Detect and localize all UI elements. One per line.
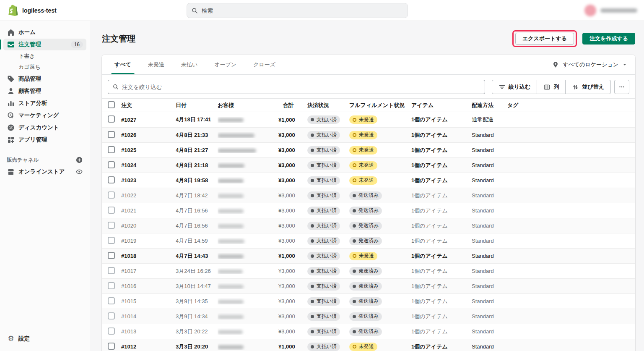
- global-search-input[interactable]: [202, 8, 403, 14]
- table-row[interactable]: #1023 4月8日 19:58 ¥3,000 支払い済 未発送 1個のアイテム…: [102, 173, 635, 188]
- table-row[interactable]: #1026 4月8日 21:33 ¥3,000 支払い済 未発送 1個のアイテム…: [102, 127, 635, 142]
- eye-icon[interactable]: [75, 168, 83, 176]
- table-row[interactable]: #1020 4月7日 16:56 ¥3,000 支払い済 発送済み 1個のアイテ…: [102, 218, 635, 233]
- sidebar-item-home[interactable]: ホーム: [3, 26, 86, 38]
- row-checkbox[interactable]: [108, 312, 115, 320]
- tab-unpaid[interactable]: 未払い: [173, 55, 206, 74]
- account-menu[interactable]: [584, 0, 637, 21]
- sidebar-item-customers[interactable]: 顧客管理: [3, 85, 86, 97]
- column-header-customer[interactable]: お客様: [218, 102, 278, 109]
- tab-open[interactable]: オープン: [206, 55, 245, 74]
- order-id: #1017: [121, 268, 176, 274]
- row-checkbox[interactable]: [108, 297, 115, 304]
- table-row[interactable]: #1027 4月18日 17:41 ¥1,000 支払い済 未発送 1個のアイテ…: [102, 112, 635, 127]
- order-filter-input[interactable]: [122, 84, 480, 90]
- column-header-order[interactable]: 注文: [121, 102, 176, 109]
- order-total: ¥1,000: [278, 343, 307, 350]
- sidebar-item-settings[interactable]: ⚙ 設定: [3, 333, 86, 345]
- payment-status-cell: 支払い済: [307, 252, 349, 260]
- row-checkbox[interactable]: [108, 146, 115, 153]
- column-header-payment-status[interactable]: 決済状況: [307, 102, 349, 109]
- row-checkbox[interactable]: [108, 176, 115, 183]
- payment-status-dot: [311, 330, 314, 333]
- row-checkbox[interactable]: [108, 207, 115, 214]
- fulfillment-status-badge: 未発送: [349, 252, 377, 260]
- sidebar-item-marketing[interactable]: マーケティング: [3, 110, 86, 121]
- column-header-items[interactable]: アイテム: [411, 102, 472, 109]
- column-header-total[interactable]: 合計: [278, 102, 307, 109]
- tab-all[interactable]: すべて: [106, 55, 140, 74]
- bar-chart-icon: [7, 99, 15, 107]
- column-header-fulfillment-status[interactable]: フルフィルメント状況: [349, 102, 411, 109]
- more-actions-button[interactable]: [614, 80, 629, 94]
- table-row[interactable]: #1022 4月7日 18:42 ¥3,000 支払い済 発送済み 1個のアイテ…: [102, 188, 635, 203]
- table-row[interactable]: #1024 4月8日 21:18 ¥3,000 支払い済 未発送 1個のアイテム…: [102, 157, 635, 173]
- payment-status-badge: 支払い済: [307, 115, 340, 124]
- sidebar-item-drafts[interactable]: 下書き: [3, 51, 86, 62]
- sidebar-item-analytics[interactable]: ストア分析: [3, 97, 86, 109]
- table-row[interactable]: #1016 3月10日 14:47 ¥3,000 支払い済 発送済み 1個のアイ…: [102, 278, 635, 293]
- table-row[interactable]: #1017 3月24日 16:26 ¥3,000 支払い済 発送済み 1個のアイ…: [102, 263, 635, 278]
- table-row[interactable]: #1013 3月3日 20:22 ¥3,000 支払い済 発送済み 1個のアイテ…: [102, 324, 635, 339]
- row-checkbox[interactable]: [108, 237, 115, 244]
- tab-closed[interactable]: クローズ: [245, 55, 284, 74]
- delivery-method: Standard: [472, 132, 507, 138]
- row-checkbox[interactable]: [108, 252, 115, 259]
- sidebar-item-label: カゴ落ち: [18, 63, 41, 71]
- select-all-checkbox[interactable]: [108, 101, 115, 108]
- column-header-delivery-method[interactable]: 配達方法: [472, 102, 507, 109]
- customer-cell: [218, 207, 278, 214]
- sort-button[interactable]: 並び替え: [565, 80, 611, 94]
- row-checkbox[interactable]: [108, 131, 115, 138]
- sidebar-item-orders[interactable]: 注文管理 16: [3, 39, 86, 50]
- order-filter-search[interactable]: [108, 80, 485, 94]
- sidebar-item-online-store[interactable]: オンラインストア: [3, 166, 86, 178]
- order-items: 1個のアイテム: [411, 328, 472, 335]
- row-checkbox[interactable]: [108, 191, 115, 199]
- export-button[interactable]: エクスポートする: [515, 33, 574, 45]
- filter-lines-icon: [499, 84, 506, 91]
- add-channel-icon[interactable]: [75, 156, 83, 164]
- fulfillment-status-cell: 未発送: [349, 161, 411, 170]
- filter-button[interactable]: 絞り込む: [492, 80, 538, 94]
- payment-status-label: 支払い済: [317, 283, 337, 290]
- payment-status-badge: 支払い済: [307, 297, 340, 306]
- location-selector[interactable]: すべてのロケーション: [544, 55, 635, 74]
- global-search[interactable]: [187, 3, 408, 18]
- table-row[interactable]: #1025 4月8日 21:27 ¥3,000 支払い済 未発送 1個のアイテム…: [102, 142, 635, 157]
- row-checkbox[interactable]: [108, 282, 115, 289]
- customer-name-redacted: [218, 118, 244, 122]
- row-checkbox-cell: [108, 252, 121, 260]
- table-row[interactable]: #1015 3月9日 14:35 ¥3,000 支払い済 発送済み 1個のアイテ…: [102, 293, 635, 309]
- table-row[interactable]: #1021 4月7日 16:56 ¥3,000 支払い済 発送済み 1個のアイテ…: [102, 203, 635, 218]
- sidebar-item-apps[interactable]: アプリ管理: [3, 134, 86, 146]
- row-checkbox[interactable]: [108, 222, 115, 229]
- table-row[interactable]: #1019 4月7日 14:59 ¥3,000 支払い済 発送済み 1個のアイテ…: [102, 233, 635, 248]
- fulfillment-status-cell: 未発送: [349, 343, 411, 351]
- table-row[interactable]: #1012 3月3日 20:20 ¥1,000 支払い済 未発送 1個のアイテム…: [102, 339, 635, 351]
- table-row[interactable]: #1018 4月7日 14:43 ¥1,000 支払い済 未発送 1個のアイテム…: [102, 248, 635, 263]
- row-checkbox[interactable]: [108, 267, 115, 274]
- column-header-date[interactable]: 日付: [176, 102, 218, 109]
- sidebar-item-discounts[interactable]: ディスカウント: [3, 122, 86, 134]
- tab-unfulfilled[interactable]: 未発送: [140, 55, 173, 74]
- sidebar-item-abandoned-checkouts[interactable]: カゴ落ち: [3, 62, 86, 73]
- sidebar-item-label: 設定: [18, 335, 30, 343]
- payment-status-dot: [311, 270, 314, 273]
- customer-cell: [218, 223, 278, 229]
- columns-button[interactable]: 列: [537, 80, 566, 94]
- table-row[interactable]: #1014 3月9日 14:34 ¥3,000 支払い済 発送済み 1個のアイテ…: [102, 309, 635, 324]
- row-checkbox-cell: [108, 312, 121, 321]
- row-checkbox[interactable]: [108, 327, 115, 335]
- fulfillment-status-badge: 発送済み: [349, 237, 382, 245]
- column-header-tags[interactable]: タグ: [507, 102, 629, 109]
- row-checkbox[interactable]: [108, 343, 115, 350]
- payment-status-label: 支払い済: [317, 237, 337, 244]
- row-checkbox[interactable]: [108, 161, 115, 168]
- store-brand[interactable]: logiless-test: [7, 0, 57, 21]
- create-order-button[interactable]: 注文を作成する: [582, 33, 635, 45]
- fulfillment-status-badge: 発送済み: [349, 207, 382, 215]
- row-checkbox[interactable]: [108, 115, 115, 123]
- sidebar-item-products[interactable]: 商品管理: [3, 73, 86, 85]
- order-date: 3月24日 16:26: [176, 267, 218, 275]
